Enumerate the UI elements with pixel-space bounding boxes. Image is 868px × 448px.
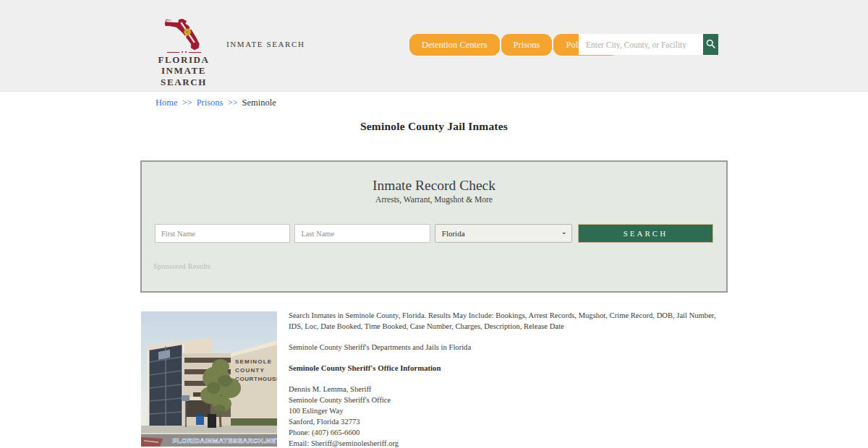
breadcrumb-current: Seminole bbox=[242, 98, 276, 108]
courthouse-photo: SEMINOLE COUNTY COURTHOUSE bbox=[141, 311, 277, 447]
sheriff-contact-block: Dennis M. Lemma, Sheriff Seminole County… bbox=[289, 384, 717, 448]
building-sign-line1: SEMINOLE bbox=[235, 358, 272, 365]
state-select[interactable]: Florida bbox=[435, 224, 572, 243]
nav-detention-centers-button[interactable]: Detention Centers bbox=[409, 34, 500, 56]
nav-prisons-button[interactable]: Prisons bbox=[501, 34, 553, 56]
site-label: INMATE SEARCH bbox=[226, 40, 305, 48]
header-search-bar bbox=[579, 34, 718, 55]
contact-line-name: Dennis M. Lemma, Sheriff bbox=[289, 384, 717, 395]
departments-line: Seminole County Sheriff's Departments an… bbox=[289, 342, 717, 353]
logo-text-line2: INMATE SEARCH bbox=[148, 65, 220, 87]
florida-map-icon bbox=[148, 13, 220, 51]
logo-divider bbox=[148, 51, 220, 53]
page-title: Seminole County Jail Inmates bbox=[0, 120, 868, 133]
facility-search-input[interactable] bbox=[579, 34, 703, 55]
content-text: Search Inmates in Seminole County, Flori… bbox=[289, 310, 717, 448]
record-search-button[interactable]: SEARCH bbox=[578, 224, 713, 243]
breadcrumb-separator: >> bbox=[228, 98, 238, 108]
logo-text-line1: FLORIDA bbox=[148, 54, 220, 65]
record-check-subheading: Arrests, Warrant, Mugshot & More bbox=[142, 195, 726, 204]
breadcrumb-home-link[interactable]: Home bbox=[156, 98, 178, 108]
contact-line-street: 100 Eslinger Way bbox=[289, 405, 717, 416]
first-name-input[interactable] bbox=[155, 224, 290, 243]
breadcrumb: Home>>Prisons>>Seminole bbox=[156, 98, 276, 108]
building-sign-line3: COURTHOUSE bbox=[235, 376, 277, 382]
breadcrumb-prisons-link[interactable]: Prisons bbox=[197, 98, 224, 108]
contact-line-phone: Phone: (407) 665-6600 bbox=[289, 427, 717, 438]
site-header: FLORIDA INMATE SEARCH INMATE SEARCH Dete… bbox=[0, 0, 868, 92]
magnifier-icon bbox=[705, 38, 716, 51]
intro-paragraph: Search Inmates in Seminole County, Flori… bbox=[289, 310, 717, 332]
last-name-input[interactable] bbox=[294, 224, 430, 243]
state-select-wrap: Florida ⌄ bbox=[435, 224, 572, 243]
breadcrumb-separator: >> bbox=[182, 98, 192, 108]
sponsored-results-label: Sponsored Results bbox=[153, 262, 210, 270]
header-search-button[interactable] bbox=[703, 34, 718, 55]
record-check-heading: Inmate Record Check bbox=[142, 178, 726, 194]
site-logo[interactable]: FLORIDA INMATE SEARCH bbox=[148, 13, 220, 87]
office-info-heading: Seminole County Sheriff's Office Informa… bbox=[289, 363, 717, 374]
contact-line-city: Sanford, Florida 32773 bbox=[289, 416, 717, 427]
photo-watermark: FLORIDAINMATESEARCH.NET bbox=[173, 436, 277, 444]
building-sign-line2: COUNTY bbox=[235, 367, 265, 374]
page: FLORIDA INMATE SEARCH INMATE SEARCH Dete… bbox=[0, 0, 868, 448]
contact-line-office: Seminole County Sheriff's Office bbox=[289, 395, 717, 405]
inmate-record-check-panel: Inmate Record Check Arrests, Warrant, Mu… bbox=[140, 160, 728, 293]
contact-line-email: Email: Sheriff@seminolesheriff.org bbox=[289, 438, 717, 448]
record-check-form: Florida ⌄ SEARCH bbox=[155, 224, 713, 243]
